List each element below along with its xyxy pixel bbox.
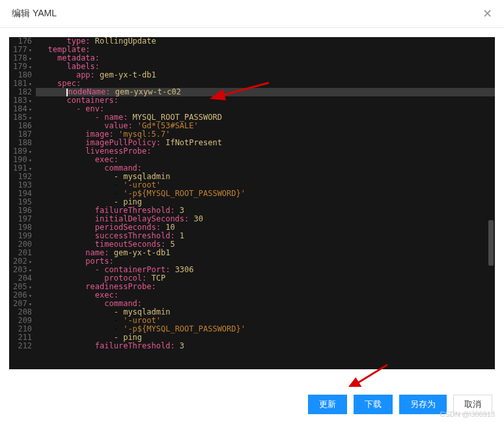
svg-line-1 [356, 365, 387, 384]
scrollbar-thumb[interactable] [488, 220, 494, 266]
update-button[interactable]: 更新 [308, 395, 347, 414]
code-line[interactable]: template: [36, 46, 495, 54]
code-line[interactable]: app: gem-yx-t-db1 [36, 71, 495, 79]
download-button[interactable]: 下载 [354, 395, 393, 414]
scrollbar[interactable] [488, 37, 494, 369]
modal-title: 编辑 YAML [12, 8, 57, 20]
code-area[interactable]: type: RollingUpdate template: metadata: … [36, 37, 495, 369]
close-icon[interactable]: ✕ [483, 7, 492, 21]
yaml-editor[interactable]: 1761771781791801811821831841851861871881… [9, 37, 495, 369]
code-line[interactable]: failureThreshold: 3 [36, 342, 495, 350]
editor-container: 1761771781791801811821831841851861871881… [0, 28, 504, 378]
watermark: CSDN @l386913 [440, 410, 495, 418]
line-number: 212 [13, 342, 32, 350]
modal-header: 编辑 YAML ✕ [0, 0, 504, 28]
svg-line-0 [221, 83, 269, 96]
annotation-arrow-1 [218, 81, 270, 100]
modal-footer: 更新 下载 另存为 取消 [0, 387, 504, 422]
line-gutter: 1761771781791801811821831841851861871881… [9, 37, 36, 369]
code-line[interactable]: type: RollingUpdate [36, 37, 495, 46]
code-line[interactable]: metadata: [36, 54, 495, 63]
